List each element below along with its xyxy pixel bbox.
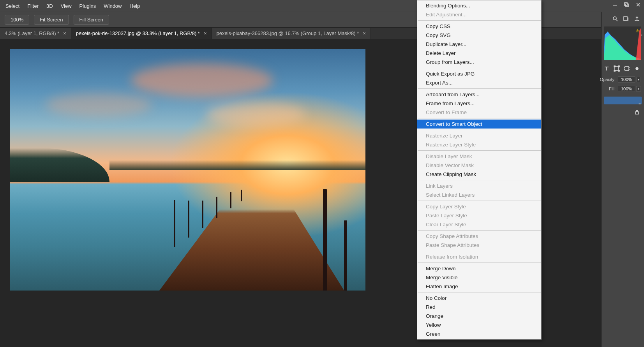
menu-item[interactable]: Merge Down <box>417 264 541 273</box>
menu-item: Paste Shape Attributes <box>417 241 541 250</box>
menu-item: Convert to Frame <box>417 108 541 117</box>
panels-dock: ›› ≡ ⚠ ≡ Opacity: ▾ Fill: ▾ <box>601 12 644 347</box>
menu-item: Release from Isolation <box>417 252 541 261</box>
lock-icon[interactable] <box>634 109 640 117</box>
document-tabs: 4.3% (Layer 1, RGB/8) *×pexels-pok-rie-1… <box>0 27 644 39</box>
opacity-input[interactable]: ▾ <box>618 76 641 83</box>
menu-item[interactable]: Red <box>417 303 541 312</box>
menu-item[interactable]: Convert to Smart Object <box>417 120 541 129</box>
menu-item[interactable]: Quick Export as JPG <box>417 69 541 78</box>
menu-item[interactable]: Create Clipping Mask <box>417 170 541 179</box>
document-canvas[interactable] <box>10 49 365 291</box>
svg-rect-3 <box>624 17 627 21</box>
chevron-down-icon[interactable]: ▾ <box>636 77 641 82</box>
artboard-icon[interactable] <box>624 65 630 73</box>
menu-filter[interactable]: Filter <box>23 1 42 11</box>
menu-plugins[interactable]: Plugins <box>76 1 100 11</box>
menu-item[interactable]: Group from Layers... <box>417 58 541 67</box>
close-icon[interactable]: × <box>363 30 366 36</box>
menu-item: Rasterize Layer <box>417 131 541 140</box>
transform-icon[interactable] <box>614 65 620 73</box>
window-close[interactable] <box>632 0 644 9</box>
filter-dot-icon[interactable] <box>634 65 640 73</box>
document-tab[interactable]: pexels-pok-rie-132037.jpg @ 33.3% (Layer… <box>71 28 212 39</box>
menu-item[interactable]: Frame from Layers... <box>417 99 541 108</box>
window-maximize[interactable] <box>621 0 632 9</box>
menu-item[interactable]: Green <box>417 329 541 338</box>
menu-item[interactable]: Delete Layer <box>417 49 541 58</box>
menu-3d[interactable]: 3D <box>42 1 57 11</box>
search-icon[interactable] <box>612 16 618 23</box>
svg-point-13 <box>636 67 638 70</box>
svg-rect-12 <box>625 67 629 70</box>
menu-item: Select Linked Layers <box>417 190 541 199</box>
fill-label: Fill: <box>609 86 616 91</box>
menubar: SelectFilter3DViewPluginsWindowHelp <box>0 0 644 12</box>
svg-rect-8 <box>614 66 615 67</box>
tab-label: pexels-pixabay-366283.jpg @ 16.7% (Group… <box>217 30 359 36</box>
menu-item: Disable Vector Mask <box>417 161 541 170</box>
menu-item[interactable]: Flatten Image <box>417 282 541 291</box>
zoom-level-button[interactable]: 100% <box>5 15 29 25</box>
menu-item: Paste Layer Style <box>417 211 541 220</box>
window-minimize[interactable] <box>609 0 621 9</box>
menu-item[interactable]: Orange <box>417 312 541 321</box>
close-icon[interactable]: × <box>204 30 207 36</box>
svg-rect-11 <box>618 70 619 71</box>
type-tool-icon[interactable] <box>603 65 610 73</box>
tab-label: 4.3% (Layer 1, RGB/8) * <box>5 30 59 36</box>
menu-item: Disable Layer Mask <box>417 152 541 161</box>
menu-item[interactable]: Yellow <box>417 321 541 329</box>
menu-item[interactable]: Artboard from Layers... <box>417 90 541 99</box>
svg-rect-14 <box>635 112 639 114</box>
menu-item: Clear Layer Style <box>417 220 541 229</box>
share-icon[interactable] <box>634 16 640 23</box>
layer-context-menu: Blending Options...Edit Adjustment...Cop… <box>417 0 542 340</box>
svg-rect-9 <box>618 66 619 67</box>
menu-select[interactable]: Select <box>2 1 23 11</box>
document-tab[interactable]: pexels-pixabay-366283.jpg @ 16.7% (Group… <box>212 28 371 39</box>
menu-view[interactable]: View <box>57 1 76 11</box>
svg-point-2 <box>613 17 616 20</box>
menu-item: Rasterize Layer Style <box>417 140 541 149</box>
document-tab[interactable]: 4.3% (Layer 1, RGB/8) *× <box>0 28 71 39</box>
menu-item: Copy Shape Attributes <box>417 232 541 241</box>
menu-item: Copy Layer Style <box>417 202 541 211</box>
menu-item[interactable]: No Color <box>417 294 541 303</box>
chevron-down-icon[interactable]: ▾ <box>636 86 641 92</box>
menu-window[interactable]: Window <box>100 1 125 11</box>
histogram-panel[interactable]: ⚠ <box>604 26 641 60</box>
menu-item[interactable]: Blending Options... <box>417 1 541 10</box>
menu-help[interactable]: Help <box>126 1 144 11</box>
menu-item[interactable]: Merge Visible <box>417 273 541 282</box>
menu-item[interactable]: Copy CSS <box>417 22 541 31</box>
histogram-warning-icon[interactable]: ⚠ <box>635 28 640 33</box>
options-bar: 100% Fit Screen Fill Screen <box>0 12 644 27</box>
canvas-area[interactable] <box>0 39 644 347</box>
close-icon[interactable]: × <box>63 30 66 36</box>
menu-item[interactable]: Copy SVG <box>417 31 541 40</box>
layer-row[interactable] <box>604 97 642 104</box>
menu-item: Link Layers <box>417 181 541 190</box>
menu-item[interactable]: Export As... <box>417 78 541 87</box>
svg-rect-10 <box>614 70 615 71</box>
fit-screen-button[interactable]: Fit Screen <box>34 15 69 25</box>
menu-item: Edit Adjustment... <box>417 10 541 19</box>
opacity-label: Opacity: <box>600 77 616 82</box>
menu-item[interactable]: Duplicate Layer... <box>417 40 541 49</box>
workspace-icon[interactable] <box>623 16 629 23</box>
fill-input[interactable]: ▾ <box>618 86 641 92</box>
tab-label: pexels-pok-rie-132037.jpg @ 33.3% (Layer… <box>76 30 200 36</box>
fill-screen-button[interactable]: Fill Screen <box>74 15 109 25</box>
panel-menu-icon-2[interactable]: ≡ <box>639 102 641 106</box>
